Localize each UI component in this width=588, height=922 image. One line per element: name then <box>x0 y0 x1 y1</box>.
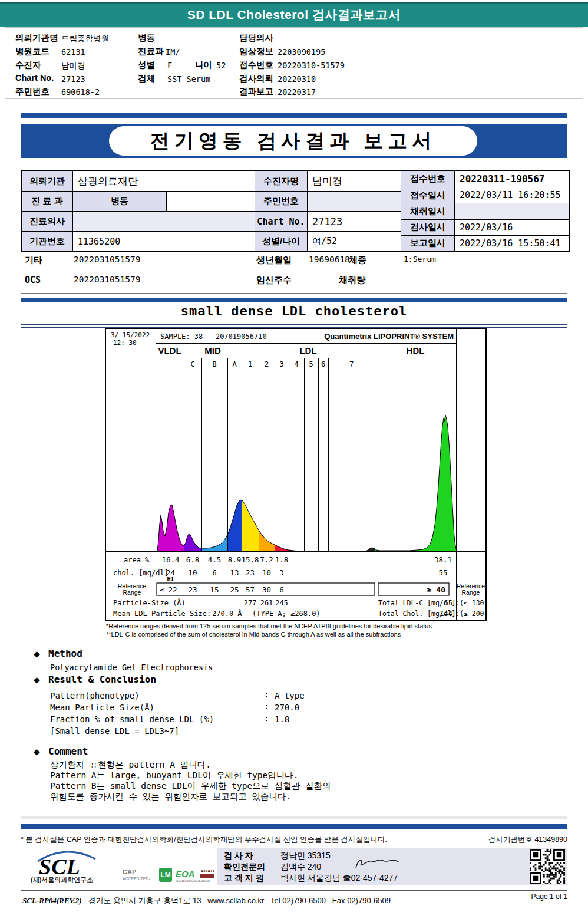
svg-text:55: 55 <box>438 568 447 577</box>
top-navy-strip <box>21 113 567 118</box>
result-heading: Result & Conclusion <box>48 674 156 685</box>
band-fill-VLDL <box>157 505 184 551</box>
band-fill-C <box>184 534 201 551</box>
table-value: 20220311-190567 <box>454 171 569 187</box>
certification-text: * 본 검사실은 CAP 인증과 대한진단검사의학회/진단검사의학재단의 우수검… <box>21 835 387 844</box>
lm-cert-icon: LM <box>159 868 172 882</box>
info-value: 남미경 <box>61 61 85 71</box>
svg-text:16.4: 16.4 <box>161 555 179 564</box>
certification-line: * 본 검사실은 CAP 인증과 대한진단검사의학회/진단검사의학재단의 우수검… <box>21 835 567 845</box>
table-label: 접수일시 <box>401 187 454 203</box>
info-label: 병동 <box>138 32 155 44</box>
lipoprint-chart-svg: 3/ 15/202212: 30SAMPLE: 38 - 20701905671… <box>106 329 485 620</box>
svg-text:1.8: 1.8 <box>275 555 289 564</box>
table-label: 검사일시 <box>401 219 454 235</box>
result-item-label: Pattern(phenotype) <box>50 691 140 700</box>
table-label: 보고일시 <box>401 235 454 251</box>
signer-value: 박사현 서울강남 ☎02-457-4277 <box>280 873 398 883</box>
info-label: 검사의뢰 <box>239 73 273 84</box>
info-label: 나이 <box>195 60 212 71</box>
comment-line: Pattern B는 small dense LDL이 우세한 type으로 심… <box>50 781 331 792</box>
svg-text:30: 30 <box>262 585 271 594</box>
band-fill-7 <box>328 548 375 551</box>
svg-text:3/ 15/2022: 3/ 15/2022 <box>111 331 150 339</box>
info-label: 검체 <box>138 73 155 84</box>
svg-text:6: 6 <box>279 585 284 594</box>
patient-info-panel: 의뢰기관명 드림종합병원 병원코드 62131 수진자 남미경 Chart No… <box>5 27 583 99</box>
info-value: 690618-2 <box>61 87 100 97</box>
method-heading: Method <box>48 648 82 659</box>
double-rule <box>21 324 567 328</box>
comment-line: 상기환자 표현형은 pattern A 입니다. <box>50 759 211 770</box>
svg-text:5: 5 <box>309 360 313 368</box>
info-label: 임상정보 <box>239 46 273 57</box>
banner: 전기영동 검사결과 보고서 <box>21 124 567 158</box>
table-value <box>72 211 255 231</box>
svg-text:8.9: 8.9 <box>228 555 242 564</box>
svg-text:6: 6 <box>321 360 325 368</box>
footer-tel: Tel 02)790-6500 <box>270 896 326 905</box>
chart-footnote: **LDL-C is comprised of the sum of chole… <box>106 631 401 638</box>
svg-text:HI: HI <box>167 576 174 582</box>
table-value <box>307 191 401 211</box>
table-value: 11365200 <box>72 231 255 251</box>
svg-text:(TYPE A; ≥268.0): (TYPE A; ≥268.0) <box>252 610 321 618</box>
comment-heading: Comment <box>48 746 88 757</box>
diamond-icon: ◆ <box>34 675 40 684</box>
svg-text:23: 23 <box>188 585 197 594</box>
svg-text:4.5: 4.5 <box>208 555 222 564</box>
info-label: 주민번호 <box>15 86 49 97</box>
svg-text:Particle-Size (Å): Particle-Size (Å) <box>113 598 186 607</box>
info-label: Chart No. <box>15 73 54 83</box>
svg-text:area %: area % <box>124 556 150 564</box>
signer-row: 검 사 자 정낙민 35315 <box>224 851 331 861</box>
signer-row: 고 객 지 원 박사현 서울강남 ☎02-457-4277 <box>224 873 398 884</box>
svg-text:VLDL: VLDL <box>158 345 181 355</box>
gray-divider-bar <box>21 816 567 819</box>
table-label: 주민번호 <box>255 191 307 211</box>
info-value: SST Serum <box>167 74 210 84</box>
table-value: 1:Serum <box>404 255 436 264</box>
method-body: Polyacrylamide Gel Electrophoresis <box>50 663 213 672</box>
table-value: 2022/03/11 16:20:55 <box>454 187 569 203</box>
signer-row: 확인전문의 김백수 240 <box>224 862 321 872</box>
info-label: 접수번호 <box>239 60 273 71</box>
info-label: 담당의사 <box>239 32 273 44</box>
svg-text:≤ 22: ≤ 22 <box>159 585 177 594</box>
signer-label: 고 객 지 원 <box>224 873 278 884</box>
diamond-icon: ◆ <box>34 649 40 658</box>
svg-text:144: 144 <box>440 610 452 618</box>
lab-report-page: SD LDL Cholesterol 검사결과보고서 의뢰기관명 드림종합병원 … <box>0 0 588 922</box>
table-value: 여/52 <box>307 231 401 251</box>
svg-text:Range: Range <box>123 589 141 596</box>
table-value: 2022/03/16 15:50:41 <box>454 235 569 251</box>
table-value: 2022/03/16 <box>454 219 569 235</box>
band-fill-B <box>201 535 227 551</box>
table-value: 병동 <box>72 191 166 211</box>
comment-line: Pattern A는 large, buoyant LDL이 우세한 type입… <box>50 770 299 781</box>
svg-text:≥ 40: ≥ 40 <box>427 585 445 594</box>
chart-section-title: small dense LDL cholesterol <box>0 304 588 318</box>
result-item-colon: : <box>264 690 269 699</box>
info-label: 수진자 <box>15 60 41 71</box>
svg-text:3: 3 <box>279 568 284 577</box>
table-label: 생년월일 <box>256 255 292 266</box>
svg-text:7: 7 <box>349 360 354 368</box>
table-label: 성별/나이 <box>255 231 307 251</box>
svg-text:277: 277 <box>244 599 257 607</box>
info-value: IM/ <box>166 47 180 57</box>
svg-text:(≤ 200): (≤ 200) <box>460 610 485 618</box>
info-value: 20220310-51579 <box>278 61 345 70</box>
result-item-label: Mean Particle Size(Å) <box>50 703 154 712</box>
svg-text:6: 6 <box>212 568 217 577</box>
svg-text:Quantimetrix LIPOPRINT® SYSTEM: Quantimetrix LIPOPRINT® SYSTEM <box>324 332 454 341</box>
svg-text:13: 13 <box>230 568 239 577</box>
svg-text:A: A <box>232 360 237 368</box>
info-value: 62131 <box>61 47 85 57</box>
table-value: 19690618 <box>309 255 350 264</box>
signer-box: 검 사 자 정낙민 35315 확인전문의 김백수 240 고 객 지 원 박사… <box>217 848 567 885</box>
svg-text:65: 65 <box>444 599 452 607</box>
svg-text:38.1: 38.1 <box>434 555 452 564</box>
info-label: 진료과 <box>138 46 164 57</box>
table-value: 2022031051579 <box>74 275 141 284</box>
